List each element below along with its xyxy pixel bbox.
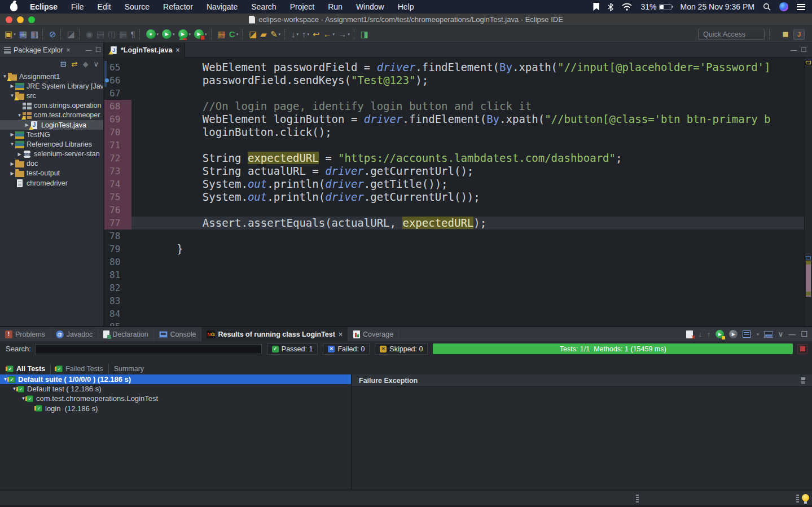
- tab-all-tests[interactable]: All Tests: [2, 364, 51, 374]
- tree-collapse-arrow[interactable]: ▼: [9, 142, 15, 147]
- menu-source[interactable]: Source: [118, 2, 156, 11]
- maximize-editor-icon[interactable]: ☐: [801, 46, 806, 54]
- save-button[interactable]: ▦: [17, 28, 29, 41]
- line-number-74[interactable]: 74: [104, 178, 131, 191]
- line-number-68[interactable]: 68: [104, 100, 131, 113]
- line-number-76[interactable]: 76: [104, 204, 131, 217]
- ruler-olive-marker-2[interactable]: [806, 292, 811, 296]
- coverage-button[interactable]: ▶▾: [177, 28, 193, 41]
- close-editor-tab-icon[interactable]: ×: [175, 46, 179, 54]
- menu-refactor[interactable]: Refactor: [156, 2, 200, 11]
- menu-help[interactable]: Help: [391, 2, 421, 11]
- new-wizard-button[interactable]: ▣▾: [3, 28, 17, 41]
- quick-access-box[interactable]: Quick Access: [698, 29, 765, 40]
- prev-annotation-button[interactable]: ↑▾: [300, 28, 311, 41]
- rerun-tests-icon[interactable]: ▶: [716, 330, 724, 338]
- maximize-view-icon[interactable]: ☐: [95, 46, 101, 54]
- file-disabled-button[interactable]: ◫: [106, 28, 117, 41]
- stop-button[interactable]: [797, 344, 807, 354]
- line-number-67[interactable]: 67: [104, 87, 131, 100]
- tree-item-jre-system-library-jav[interactable]: ▶JRE System Library [Jav: [0, 81, 103, 91]
- tab-failed-tests[interactable]: Failed Tests: [51, 364, 108, 374]
- overview-ruler[interactable]: [804, 58, 812, 326]
- open-resource-button[interactable]: ▰: [258, 28, 269, 41]
- tree-expand-arrow[interactable]: ▶: [9, 132, 15, 137]
- minimize-view-icon[interactable]: —: [85, 46, 91, 54]
- tree-item-referenced-libraries[interactable]: ▼Referenced Libraries: [0, 139, 103, 149]
- view-chevron-icon[interactable]: ∨: [93, 60, 99, 68]
- result-item-default-test[interactable]: ▼Default test ( 12.186 s): [0, 384, 351, 394]
- tab-javadoc[interactable]: Javadoc: [51, 327, 99, 341]
- skip-breakpoints-button[interactable]: ⊘: [47, 28, 58, 41]
- close-window-button[interactable]: [6, 16, 12, 23]
- tab-coverage[interactable]: Coverage: [348, 327, 399, 341]
- tab-results-of-running-class-logintest[interactable]: Results of running class LoginTest×: [201, 327, 348, 341]
- maximize-icon[interactable]: ☐: [801, 330, 807, 338]
- wifi-icon[interactable]: [622, 3, 632, 11]
- minimize-window-button[interactable]: [17, 16, 24, 23]
- menu-search[interactable]: Search: [244, 2, 283, 11]
- next-failure-icon[interactable]: ↓: [698, 330, 702, 338]
- tree-item-src[interactable]: ▼src: [0, 91, 103, 100]
- tab-console[interactable]: Console: [154, 327, 202, 341]
- result-item-default-suite[interactable]: ▼Default suite ( 1/0/0/0 ) (12.186 s): [0, 374, 351, 384]
- line-number-72[interactable]: 72: [104, 152, 131, 165]
- line-number-69[interactable]: 69: [104, 113, 131, 126]
- menu-eclipse[interactable]: Eclipse: [23, 2, 64, 11]
- back-button[interactable]: ←▾: [322, 28, 337, 41]
- debug-button[interactable]: ●▾: [144, 28, 161, 41]
- tree-item-doc[interactable]: ▶doc: [0, 159, 103, 169]
- statusbar-drag-handle[interactable]: [796, 495, 799, 504]
- save-all-button[interactable]: ▥: [29, 28, 40, 41]
- failure-panel-layout-icon[interactable]: [797, 377, 805, 384]
- rerun-failed-icon[interactable]: ▶: [729, 330, 738, 338]
- line-number-73[interactable]: 73: [104, 165, 131, 178]
- line-number-75[interactable]: 75: [104, 191, 131, 204]
- java-perspective-button[interactable]: J: [793, 29, 805, 40]
- next-annotation-button[interactable]: ↓▾: [289, 28, 300, 41]
- refresh-button[interactable]: C▾: [227, 28, 240, 41]
- run-button[interactable]: ▶▾: [160, 28, 177, 41]
- siri-icon[interactable]: [779, 2, 788, 11]
- ruler-olive-marker-1[interactable]: [806, 261, 811, 264]
- tree-expand-arrow[interactable]: ▶: [9, 83, 15, 89]
- line-number-78[interactable]: 78: [104, 230, 131, 243]
- minimize-editor-icon[interactable]: —: [791, 46, 797, 54]
- tree-expand-arrow[interactable]: ▶: [9, 171, 15, 176]
- spotlight-search-icon[interactable]: [763, 3, 771, 11]
- search-input[interactable]: [35, 344, 262, 354]
- view-menu-icon[interactable]: ◆: [82, 60, 88, 68]
- collapse-all-icon[interactable]: ⊟: [60, 60, 67, 68]
- line-number-85[interactable]: 85: [104, 320, 131, 326]
- menu-window[interactable]: Window: [349, 2, 391, 11]
- tree-expand-arrow[interactable]: ▶: [9, 161, 15, 166]
- line-number-77[interactable]: 77: [104, 217, 131, 230]
- editor-tab-logintest[interactable]: J *LoginTest.java ×: [104, 43, 185, 58]
- tree-item-test-output[interactable]: ▶test-output: [0, 169, 103, 178]
- line-number-71[interactable]: 71: [104, 139, 131, 152]
- highlighter-button[interactable]: ✎▾: [269, 28, 282, 41]
- line-number-70[interactable]: 70: [104, 126, 131, 139]
- notification-center-icon[interactable]: [797, 4, 805, 10]
- line-number-79[interactable]: 79: [104, 243, 131, 255]
- battery-indicator[interactable]: 31%: [640, 2, 671, 11]
- tree-item-testng[interactable]: ▶TestNG: [0, 130, 103, 139]
- tree-expand-arrow[interactable]: ▶: [16, 152, 23, 157]
- statusbar-drag-handle[interactable]: [636, 495, 639, 504]
- line-number-83[interactable]: 83: [104, 294, 131, 307]
- close-view-icon[interactable]: ×: [67, 46, 71, 54]
- history-list-icon[interactable]: [743, 330, 750, 338]
- zoom-window-button[interactable]: [28, 16, 35, 23]
- menu-file[interactable]: File: [64, 2, 91, 11]
- clear-results-icon[interactable]: [686, 330, 693, 338]
- menu-navigate[interactable]: Navigate: [200, 2, 244, 11]
- tree-item-com-strings-operation[interactable]: com.strings.operation: [0, 101, 103, 111]
- open-perspective-button[interactable]: ▦: [780, 29, 791, 40]
- line-number-81[interactable]: 81: [104, 268, 131, 281]
- open-type-button[interactable]: ◪: [247, 28, 258, 41]
- menu-edit[interactable]: Edit: [91, 2, 118, 11]
- run-config-button[interactable]: ▶▾: [192, 28, 209, 41]
- result-item-login[interactable]: login (12.186 s): [0, 404, 351, 413]
- forward-button[interactable]: →▾: [336, 28, 352, 41]
- tree-item-com-test-chromeoper[interactable]: ▼com.test.chromeoper: [0, 111, 103, 120]
